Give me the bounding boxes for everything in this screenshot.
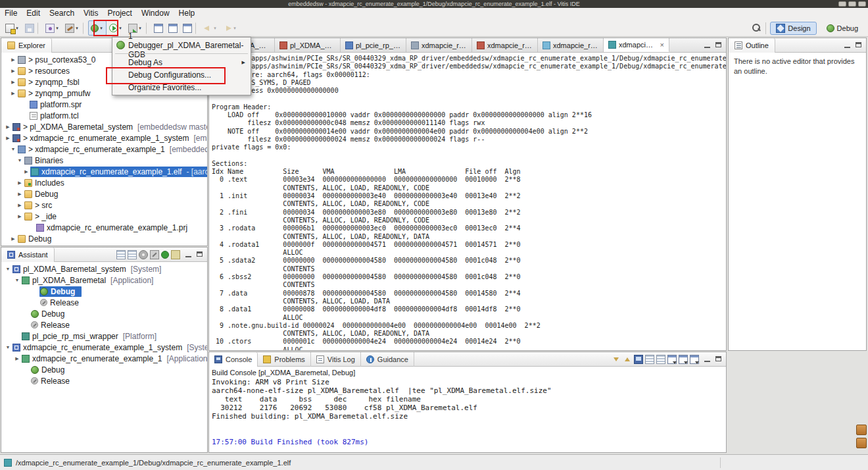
tree-item[interactable]: xdmapcie_rc_enumerate_example_1.prj (1, 222, 207, 233)
close-tab-icon[interactable]: × (660, 41, 664, 49)
menubar-item[interactable]: Search (45, 8, 79, 19)
assistant-toolbar-icon[interactable] (128, 250, 137, 259)
menubar-item[interactable]: Edit (22, 8, 45, 19)
tree-item[interactable]: Release (1, 297, 207, 308)
console-toolbar-icon[interactable] (667, 355, 677, 364)
expand-arrow-icon[interactable]: ▼ (16, 158, 24, 163)
outline-tab[interactable]: Outline (729, 38, 775, 53)
console-toolbar-icon[interactable] (645, 355, 654, 364)
menu-item[interactable]: ▶ (115, 53, 248, 54)
expand-arrow-icon[interactable]: ▶ (4, 124, 12, 130)
editor-tab[interactable]: xdmapcie_rc_... × (604, 38, 669, 52)
tree-item[interactable]: ▼ Binaries (1, 155, 207, 166)
tree-item[interactable]: ▼ > xdmapcie_rc_enumerate_example_1 [emb… (1, 144, 207, 155)
expand-arrow-icon[interactable]: ▼ (13, 278, 21, 282)
build-button[interactable]: ▾ (62, 20, 82, 36)
tree-item[interactable]: platform.spr (1, 99, 207, 110)
expand-arrow-icon[interactable]: ▶ (9, 68, 17, 74)
expand-arrow-icon[interactable]: ▶ (16, 192, 24, 197)
tree-item[interactable]: ▼ pl_XDMA_Baremetal_system [System] (1, 263, 207, 274)
menubar-item[interactable]: Project (103, 8, 137, 19)
minimized-view-icon[interactable] (856, 438, 867, 448)
editor-content[interactable]: /proj/xcocapps/ashwinim/PCIe_SRs/SR_0044… (209, 53, 726, 350)
expand-arrow-icon[interactable]: ▼ (4, 267, 12, 271)
minimize-button[interactable] (703, 355, 712, 363)
assistant-toolbar-icon[interactable] (116, 250, 126, 259)
menubar-item[interactable]: Vitis (79, 8, 103, 19)
menu-item-debug-configurations[interactable]: Debug Configurations... ▶ (114, 68, 249, 81)
expand-arrow-icon[interactable]: ▶ (22, 169, 30, 174)
menubar-item[interactable]: Help (174, 8, 200, 19)
tree-item[interactable]: ▶ xdmapcie_rc_enumerate_example_1 [Appli… (1, 353, 207, 364)
console-view-tab[interactable]: Guidance (361, 352, 414, 367)
expand-arrow-icon[interactable]: ▶ (9, 91, 17, 96)
new-button[interactable]: ▾ (3, 20, 22, 36)
minimize-button[interactable] (184, 251, 193, 259)
minimize-button[interactable] (843, 41, 852, 49)
tree-item[interactable]: ▶ Includes (1, 177, 207, 188)
assistant-toolbar-icon[interactable] (171, 250, 180, 259)
console-toolbar-icon[interactable] (612, 355, 621, 364)
menu-item-debug-as[interactable]: Debug As ▶ (114, 56, 249, 68)
console-view-tab[interactable]: Vitis Log (311, 352, 361, 367)
tree-item[interactable]: Debug (1, 308, 207, 319)
expand-arrow-icon[interactable]: ▶ (9, 57, 17, 63)
tree-item[interactable]: ▶ > _ide (1, 211, 207, 222)
tree-item[interactable]: ▶ > pl_XDMA_Baremetal_system [embeddedsw… (1, 121, 207, 132)
editor-tab[interactable]: xdmapcie_rc_... × (406, 38, 472, 52)
console-toolbar-icon[interactable] (656, 355, 665, 364)
expand-arrow-icon[interactable]: ▶ (16, 180, 24, 186)
toolbar-button[interactable]: ▾ (83, 22, 87, 34)
tree-item[interactable]: Release (1, 375, 207, 386)
save-button[interactable]: ▾ (22, 20, 37, 36)
debug-dropdown-button[interactable]: ▾ (88, 20, 107, 36)
tree-item[interactable]: Release (1, 319, 207, 330)
window-minimize-button[interactable] (838, 1, 846, 7)
assistant-toolbar-icon[interactable] (161, 251, 169, 259)
console-view-tab[interactable]: Problems (258, 352, 310, 367)
console-content[interactable]: Build Console [pl_XDMA_Baremetal, Debug]… (209, 367, 726, 448)
design-perspective-button[interactable]: Design (770, 22, 816, 35)
minimized-view-icon[interactable] (856, 425, 867, 435)
maximize-button[interactable] (195, 251, 205, 259)
expand-arrow-icon[interactable]: ▶ (9, 80, 17, 85)
expand-arrow-icon[interactable]: ▶ (16, 214, 24, 219)
expand-arrow-icon[interactable]: ▶ (16, 203, 24, 208)
menu-item-debugger-gdb[interactable]: 1 Debugger_pl_XDMA_Baremetal-GDB ▶ (114, 39, 249, 51)
tree-item[interactable]: ▶ > xdmapcie_rc_enumerate_example_1_syst… (1, 132, 207, 144)
expand-arrow-icon[interactable]: ▶ (9, 236, 17, 242)
tree-item[interactable]: ▶ Debug (1, 188, 207, 199)
console-toolbar-icon[interactable] (634, 355, 643, 364)
expand-arrow-icon[interactable]: ▶ (13, 356, 21, 361)
search-icon[interactable] (752, 23, 761, 33)
console-toolbar-icon[interactable] (690, 355, 699, 364)
maximize-button[interactable] (854, 41, 863, 49)
console-toolbar-icon[interactable] (679, 355, 688, 364)
editor-tab[interactable]: xdmapcie_rc_... × (472, 38, 538, 52)
tree-item[interactable]: ▶ > src (1, 199, 207, 211)
expand-arrow-icon[interactable]: ▼ (4, 345, 12, 350)
tree-item[interactable]: ▼ pl_XDMA_Baremetal [Application] (1, 274, 207, 286)
editor-tab[interactable]: pl_pcie_rp_m... × (341, 38, 406, 52)
window-maximize-button[interactable] (848, 1, 856, 7)
explorer-tab[interactable]: Explorer (1, 38, 52, 53)
tree-item[interactable]: ▶ xdmapcie_rc_enumerate_example_1.elf - … (1, 166, 207, 177)
debug-perspective-button[interactable]: Debug (821, 22, 864, 34)
target-connection-button[interactable]: ▾ (43, 20, 62, 36)
window-close-button[interactable] (858, 1, 866, 7)
editor-tab[interactable]: xdmapcie_rc_... × (538, 38, 604, 52)
menubar-item[interactable]: File (0, 8, 22, 19)
maximize-button[interactable] (714, 355, 723, 363)
tree-item[interactable]: ▶ Debug (1, 233, 207, 244)
tree-item[interactable]: Debug (1, 364, 207, 375)
editor-tab[interactable]: pl_XDMA_Bare... × (275, 38, 341, 52)
console-view-tab[interactable]: Console (209, 352, 258, 367)
assistant-toolbar-icon[interactable] (150, 250, 159, 259)
console-toolbar-icon[interactable] (623, 355, 632, 364)
tree-item[interactable]: Debug (1, 286, 207, 297)
tree-item[interactable]: pl_pcie_rp_msi_wrapper [Platform] (1, 330, 207, 342)
menubar-item[interactable]: Window (137, 8, 174, 19)
run-dropdown-button[interactable]: ▾ (107, 20, 126, 36)
toolbar-button[interactable]: ▾ (37, 22, 42, 34)
assistant-toolbar-icon[interactable] (139, 250, 148, 259)
